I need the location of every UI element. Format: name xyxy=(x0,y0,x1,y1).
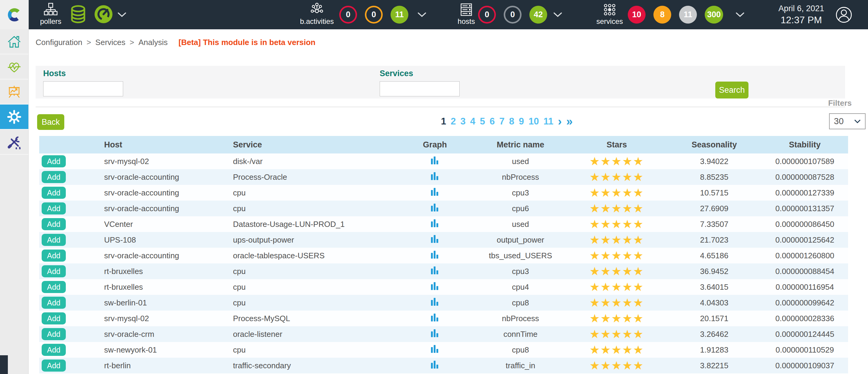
add-button[interactable]: Add xyxy=(42,234,66,246)
hosts-badge[interactable]: 42 xyxy=(529,6,547,24)
add-button[interactable]: Add xyxy=(42,359,66,372)
sidebar-item-monitoring[interactable] xyxy=(0,54,28,80)
add-button[interactable]: Add xyxy=(42,187,66,199)
graph-icon[interactable] xyxy=(430,313,439,324)
pollers-chevron-down-icon[interactable] xyxy=(118,12,126,19)
add-button[interactable]: Add xyxy=(42,265,66,277)
breadcrumb-items: Configuration>Services>Analysis xyxy=(36,38,168,47)
add-button[interactable]: Add xyxy=(42,155,66,167)
sidebar-item-configuration[interactable] xyxy=(0,105,28,130)
add-button[interactable]: Add xyxy=(42,281,66,293)
back-button[interactable]: Back xyxy=(37,114,64,130)
bactivities-badge[interactable]: 0 xyxy=(339,6,357,24)
centreon-logo[interactable] xyxy=(0,0,29,29)
host-cell: sw-newyork-01 xyxy=(88,342,220,358)
seasonality-cell: 36.9452 xyxy=(667,263,762,279)
topbar-pollers[interactable]: pollers xyxy=(39,3,63,26)
latency-gauge-icon[interactable] xyxy=(94,5,113,25)
graph-icon[interactable] xyxy=(430,203,439,214)
services-icon xyxy=(603,3,617,17)
breadcrumb-item[interactable]: Analysis xyxy=(138,38,168,47)
service-cell: oracle-listener xyxy=(220,326,395,342)
pagination-page[interactable]: 7 xyxy=(499,116,505,127)
topbar-services[interactable]: services xyxy=(596,3,623,26)
hosts-chevron-down-icon[interactable] xyxy=(554,12,562,19)
hosts-filter-input[interactable] xyxy=(43,81,123,96)
add-button[interactable]: Add xyxy=(42,312,66,324)
breadcrumb-item[interactable]: Services xyxy=(95,38,126,47)
pagination-page[interactable]: 8 xyxy=(509,116,514,127)
services-chevron-down-icon[interactable] xyxy=(736,12,744,19)
search-button[interactable]: Search xyxy=(715,82,748,98)
stability-cell: 0.000000028336 xyxy=(762,311,848,326)
pagination-page[interactable]: 3 xyxy=(461,116,466,127)
services-badge[interactable]: 10 xyxy=(628,6,646,24)
services-badges: 10811300 xyxy=(628,6,723,24)
service-cell: disk-/var xyxy=(220,153,395,169)
add-button[interactable]: Add xyxy=(42,250,66,262)
hosts-badge[interactable]: 0 xyxy=(478,6,496,24)
graph-icon[interactable] xyxy=(430,328,439,340)
stability-cell: 0.000000086450 xyxy=(762,216,848,232)
pagination-page[interactable]: 10 xyxy=(528,116,539,127)
graph-icon[interactable] xyxy=(430,265,439,277)
table-row: Add rt-bruxelles cpu cpu3 ★★★★★ 36.9452 … xyxy=(39,263,848,279)
pagination-page[interactable]: 2 xyxy=(451,116,456,127)
graph-icon[interactable] xyxy=(430,344,439,356)
stability-cell: 0.000000127339 xyxy=(762,185,848,201)
pagination-page[interactable]: 6 xyxy=(490,116,495,127)
bactivities-badge[interactable]: 0 xyxy=(365,6,383,24)
sidebar-footer-strip[interactable] xyxy=(0,355,8,374)
add-button[interactable]: Add xyxy=(42,202,66,214)
graph-icon[interactable] xyxy=(430,171,439,183)
add-button[interactable]: Add xyxy=(42,171,66,183)
add-button[interactable]: Add xyxy=(42,297,66,309)
graph-icon[interactable] xyxy=(430,281,439,293)
database-status-icon[interactable] xyxy=(69,5,88,25)
graph-icon[interactable] xyxy=(430,297,439,309)
sidebar-item-home[interactable] xyxy=(0,29,28,54)
graph-icon[interactable] xyxy=(430,155,439,167)
hosts-badge[interactable]: 0 xyxy=(504,6,522,24)
pagination-page[interactable]: 5 xyxy=(480,116,485,127)
bactivities-chevron-down-icon[interactable] xyxy=(418,12,426,19)
pagination-page[interactable]: 9 xyxy=(519,116,524,127)
metric-cell: cpu6 xyxy=(474,201,566,216)
stars-rating: ★★★★★ xyxy=(566,326,667,342)
sidebar-item-administration[interactable] xyxy=(0,130,28,155)
seasonality-cell: 7.33507 xyxy=(667,216,762,232)
beta-notice: [Beta] This module is in beta version xyxy=(179,38,316,47)
chart-easel-icon xyxy=(7,85,22,99)
sidebar-item-reporting[interactable] xyxy=(0,80,28,105)
seasonality-cell: 21.7023 xyxy=(667,232,762,248)
services-filter-input[interactable] xyxy=(380,81,460,96)
user-avatar-icon[interactable] xyxy=(835,6,852,25)
graph-icon[interactable] xyxy=(430,219,439,230)
breadcrumb-item[interactable]: Configuration xyxy=(36,38,83,47)
page-size-select[interactable]: 30 xyxy=(829,113,866,129)
service-cell: cpu xyxy=(220,201,395,216)
add-button[interactable]: Add xyxy=(42,218,66,230)
services-badge[interactable]: 300 xyxy=(705,6,723,24)
graph-icon[interactable] xyxy=(430,250,439,262)
pagination-next-icon[interactable]: › xyxy=(558,117,562,126)
stars-rating: ★★★★★ xyxy=(566,279,667,295)
services-badge[interactable]: 8 xyxy=(653,6,671,24)
add-button[interactable]: Add xyxy=(42,328,66,340)
seasonality-cell: 3.64015 xyxy=(667,279,762,295)
pagination-last-icon[interactable]: » xyxy=(566,117,572,126)
topbar-hosts[interactable]: hosts xyxy=(454,3,478,26)
bactivities-badge[interactable]: 11 xyxy=(391,6,408,24)
pagination-page[interactable]: 11 xyxy=(544,116,554,127)
host-cell: srv-oracle-accounting xyxy=(88,185,220,201)
pagination-page[interactable]: 1 xyxy=(441,116,446,127)
services-badge[interactable]: 11 xyxy=(679,6,697,24)
metric-cell: used xyxy=(474,153,566,169)
topbar-bactivities[interactable]: b.activities xyxy=(297,3,337,26)
graph-icon[interactable] xyxy=(430,360,439,372)
pagination-page[interactable]: 4 xyxy=(470,116,475,127)
add-button[interactable]: Add xyxy=(42,344,66,356)
graph-icon[interactable] xyxy=(430,234,439,246)
host-cell: rt-berlin xyxy=(88,358,220,373)
graph-icon[interactable] xyxy=(430,187,439,199)
